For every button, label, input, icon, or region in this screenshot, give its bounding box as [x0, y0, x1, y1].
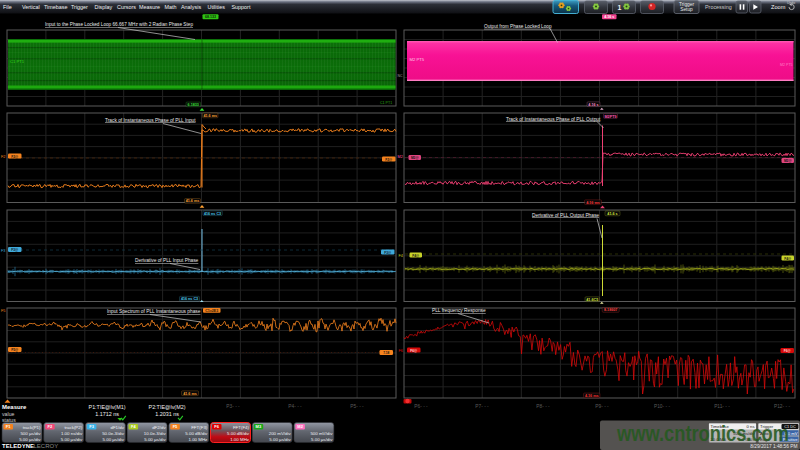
- svg-text:M2@: M2@: [411, 156, 419, 160]
- svg-text:M2: M2: [398, 155, 403, 159]
- svg-text:5.00 µs/div: 5.00 µs/div: [144, 437, 166, 442]
- svg-text:4.16 ms: 4.16 ms: [585, 394, 599, 398]
- svg-text:P2:TIE@lv(M2): P2:TIE@lv(M2): [149, 404, 186, 410]
- svg-text:F5: F5: [1, 309, 5, 313]
- svg-text:Utilities: Utilities: [208, 4, 226, 10]
- svg-text:5.00 dB/div: 5.00 dB/div: [227, 431, 250, 436]
- svg-text:P10- - -: P10- - -: [654, 404, 670, 409]
- svg-text:Support: Support: [232, 4, 251, 10]
- svg-text:41.6 s: 41.6 s: [607, 212, 617, 216]
- svg-text:P3- - -: P3- - -: [226, 404, 240, 409]
- svg-text:F4: F4: [131, 424, 136, 429]
- svg-text:P11- - -: P11- - -: [714, 404, 730, 409]
- svg-text:F6@: F6@: [784, 349, 791, 353]
- svg-text:5.00 µs/div: 5.00 µs/div: [269, 437, 291, 442]
- svg-text:Processing: Processing: [705, 4, 732, 10]
- svg-text:Measure: Measure: [2, 404, 27, 410]
- svg-text:Derivative of PLL Input Phase: Derivative of PLL Input Phase: [135, 258, 199, 263]
- svg-text:P7- - -: P7- - -: [475, 404, 489, 409]
- svg-text:1.2031 ns: 1.2031 ns: [155, 411, 179, 417]
- svg-text:File: File: [3, 4, 12, 10]
- svg-text:M2 PT5: M2 PT5: [410, 57, 425, 62]
- svg-text:Trigger: Trigger: [71, 4, 88, 10]
- svg-text:500 mV/div: 500 mV/div: [310, 431, 333, 436]
- svg-text:Analysis: Analysis: [181, 4, 201, 10]
- svg-text:50.0e-3/div: 50.0e-3/div: [102, 431, 125, 436]
- svg-text:41.6 ms: 41.6 ms: [186, 199, 200, 203]
- svg-text:P1:TIE@lv(M1): P1:TIE@lv(M1): [89, 404, 126, 410]
- svg-text:41.6 ms: 41.6 ms: [183, 392, 197, 396]
- svg-text:F3@: F3@: [11, 248, 18, 252]
- svg-text:200 mV/div: 200 mV/div: [269, 431, 292, 436]
- svg-text:Math: Math: [165, 4, 177, 10]
- svg-text:Measure: Measure: [139, 4, 160, 10]
- svg-text:P8- - -: P8- - -: [536, 404, 550, 409]
- svg-text:F4@: F4@: [784, 257, 791, 261]
- svg-text:value: value: [2, 411, 15, 417]
- svg-text:416 ns C3: 416 ns C3: [181, 297, 198, 301]
- svg-text:dF1/dv: dF1/dv: [110, 425, 124, 430]
- svg-text:F5: F5: [173, 424, 178, 429]
- svg-text:1: 1: [618, 4, 622, 11]
- svg-text:P6- - -: P6- - -: [414, 404, 428, 409]
- svg-text:F1: F1: [6, 424, 11, 429]
- svg-text:8.18607: 8.18607: [604, 308, 617, 312]
- svg-text:M2@: M2@: [784, 159, 792, 163]
- svg-text:1.1712 ns: 1.1712 ns: [95, 411, 119, 417]
- svg-text:F4: F4: [399, 254, 403, 258]
- svg-text:FFT(F4): FFT(F4): [233, 425, 250, 430]
- svg-text:status: status: [2, 417, 16, 423]
- svg-text:Output from Phase Locked Loop: Output from Phase Locked Loop: [484, 24, 552, 29]
- svg-text:Timebase: Timebase: [44, 4, 67, 10]
- svg-text:M3: M3: [256, 424, 262, 429]
- svg-text:1.00 ns/div: 1.00 ns/div: [61, 431, 83, 436]
- svg-text:F6@: F6@: [410, 349, 417, 353]
- svg-text:FFT(F3): FFT(F3): [191, 425, 208, 430]
- svg-text:6.1833: 6.1833: [188, 103, 199, 107]
- svg-text:track(P2): track(P2): [64, 425, 82, 430]
- svg-text:41.6C5: 41.6C5: [586, 298, 598, 302]
- svg-text:M2PT9: M2PT9: [605, 115, 617, 119]
- svg-text:4.16 s: 4.16 s: [588, 103, 598, 107]
- svg-text:F4@: F4@: [412, 254, 419, 258]
- svg-text:1.00 MHz: 1.00 MHz: [189, 437, 208, 442]
- svg-text:Trigger: Trigger: [679, 2, 694, 7]
- svg-text:F2@: F2@: [11, 155, 18, 159]
- svg-text:C1=2E3: C1=2E3: [205, 309, 218, 313]
- svg-text:track(P1): track(P1): [23, 425, 41, 430]
- svg-text:5.00 µs/div: 5.00 µs/div: [103, 437, 125, 442]
- svg-text:500 µs/div: 500 µs/div: [20, 431, 41, 436]
- svg-text:F3: F3: [89, 424, 94, 429]
- svg-text:5.00 µs/div: 5.00 µs/div: [61, 437, 83, 442]
- svg-text:dF2/dv: dF2/dv: [152, 425, 166, 430]
- svg-text:5.00 dB/div: 5.00 dB/div: [185, 431, 208, 436]
- svg-text:Track of Instantaneous Phase o: Track of Instantaneous Phase of PLL Outp…: [506, 117, 601, 122]
- svg-text:416 ns C3: 416 ns C3: [204, 212, 221, 216]
- svg-text:C1 PT1: C1 PT1: [380, 101, 392, 105]
- svg-text:P12- - -: P12- - -: [774, 404, 790, 409]
- svg-text:Input to the Phase Locked Loop: Input to the Phase Locked Loop 66.667 MH…: [45, 22, 193, 27]
- svg-text:LECROY: LECROY: [34, 443, 59, 449]
- svg-text:5.00 µs/div: 5.00 µs/div: [19, 437, 41, 442]
- svg-text:F6: F6: [214, 424, 219, 429]
- svg-text:F3: F3: [1, 249, 5, 253]
- svg-text:F2: F2: [48, 424, 53, 429]
- svg-text:1.00 MHz: 1.00 MHz: [230, 437, 249, 442]
- svg-text:Input Spectrum of PLL Instanta: Input Spectrum of PLL Instantaneous phas…: [107, 309, 201, 314]
- svg-text:M2 PT5: M2 PT5: [780, 63, 793, 67]
- svg-text:NC: NC: [398, 74, 403, 78]
- svg-text:Setup: Setup: [680, 7, 693, 12]
- svg-text:www.cntronics.com: www.cntronics.com: [616, 421, 789, 446]
- svg-text:Vertical: Vertical: [22, 4, 40, 10]
- svg-text:10.0e-3/div: 10.0e-3/div: [144, 431, 167, 436]
- svg-text:Zoom: Zoom: [771, 4, 786, 10]
- svg-text:Track of Instantaneous Phase o: Track of Instantaneous Phase of PLL Inpu…: [105, 118, 196, 123]
- svg-text:Display: Display: [95, 4, 113, 10]
- svg-text:F5@: F5@: [11, 348, 18, 352]
- svg-text:M2: M2: [297, 424, 303, 429]
- svg-text:C1 PT1: C1 PT1: [10, 59, 25, 64]
- svg-text:7.18: 7.18: [383, 351, 389, 355]
- svg-text:F6: F6: [399, 349, 403, 353]
- svg-text:Derivative of PLL Output Phase: Derivative of PLL Output Phase: [532, 213, 599, 218]
- svg-text:4.16 ms: 4.16 ms: [586, 201, 600, 205]
